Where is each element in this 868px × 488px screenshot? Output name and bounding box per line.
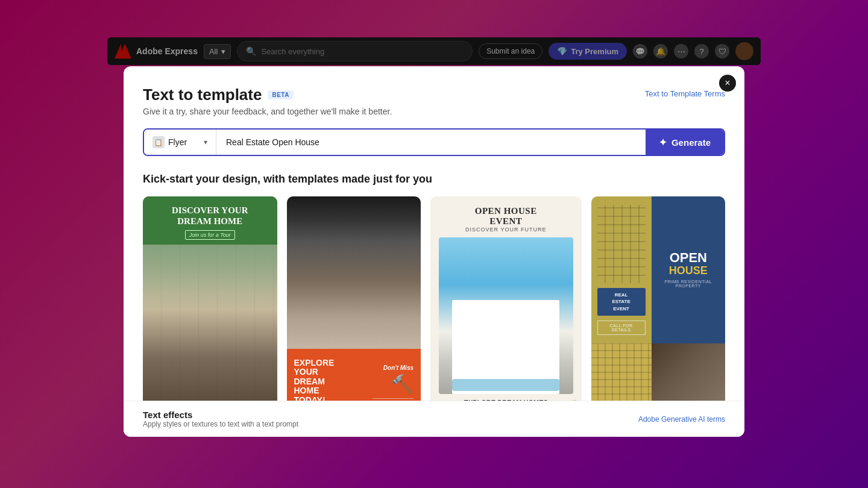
generate-star-icon: ✦: [659, 137, 667, 148]
card-3-title: Open HouseEvent: [439, 206, 573, 227]
card-4-info: REALESTATEEVENT: [597, 288, 646, 316]
card-2-headline: EXPLOREYOURDREAMHOMETODAY!: [294, 358, 368, 405]
kickstart-title: Kick-start your design, with templates m…: [143, 173, 725, 186]
text-to-template-modal: × Text to template BETA Text to Template…: [124, 66, 744, 437]
type-selector-icon: 📋: [153, 136, 165, 148]
template-card-4[interactable]: REALESTATEEVENT CALL FOR DETAILS OPEN HO…: [591, 196, 726, 422]
card-4-open: OPEN: [670, 251, 707, 264]
card-4-prime: PRIME RESIDENTIALPROPERTY: [665, 280, 712, 288]
bottom-bar-title: Text effects: [143, 410, 298, 420]
modal-title-row: Text to template BETA: [143, 86, 294, 104]
flyer-icon: 📋: [154, 139, 163, 146]
templates-row: DISCOVER YOURDREAM HOME Join us for a To…: [143, 196, 725, 422]
card-1-image: [143, 245, 277, 407]
card-1-header: DISCOVER YOURDREAM HOME Join us for a To…: [143, 196, 277, 245]
card-4-house: HOUSE: [669, 264, 708, 277]
card-2-hammer-icon: 🔨: [373, 374, 414, 395]
prompt-input-row: 📋 Flyer ▾ ✦ Generate: [143, 128, 725, 156]
card-4-call: CALL FOR DETAILS: [597, 321, 646, 335]
modal-title: Text to template: [143, 86, 262, 104]
modal-bottom-bar: Text effects Apply styles or textures to…: [124, 401, 744, 437]
card-2-dont-miss: Don't Miss: [373, 364, 414, 371]
terms-link[interactable]: Text to Template Terms: [645, 89, 725, 98]
generate-label: Generate: [671, 137, 711, 148]
template-card-2[interactable]: EXPLOREYOURDREAMHOMETODAY! Book your app…: [287, 196, 421, 422]
card-1-interior: [143, 245, 277, 407]
template-card-1[interactable]: DISCOVER YOURDREAM HOME Join us for a To…: [143, 196, 277, 422]
modal-subtitle: Give it a try, share your feedback, and …: [143, 107, 725, 116]
card-4-left: REALESTATEEVENT CALL FOR DETAILS: [591, 196, 652, 343]
prompt-text-input[interactable]: [216, 130, 646, 155]
card-4-right: OPEN HOUSE PRIME RESIDENTIALPROPERTY: [652, 196, 725, 343]
card-2-kitchen: [287, 196, 421, 349]
type-selector-chevron-icon: ▾: [204, 138, 207, 146]
type-selector[interactable]: 📋 Flyer ▾: [144, 130, 216, 155]
card-1-sub: Join us for a Tour: [185, 230, 235, 240]
card-4-top: REALESTATEEVENT CALL FOR DETAILS OPEN HO…: [591, 196, 726, 343]
modal-header: Text to template BETA Text to Template T…: [143, 86, 725, 104]
card-3-pool: [452, 379, 559, 391]
bottom-bar-content: Text effects Apply styles or textures to…: [143, 410, 298, 428]
card-3-subtitle: Discover Your Future: [439, 227, 573, 233]
card-1-headline: DISCOVER YOURDREAM HOME: [150, 205, 270, 227]
ai-terms-link[interactable]: Adobe Generative AI terms: [638, 415, 725, 424]
generate-button[interactable]: ✦ Generate: [646, 130, 724, 155]
card-2-image: [287, 196, 421, 349]
bottom-bar-desc: Apply styles or textures to text with a …: [143, 420, 298, 428]
beta-badge: BETA: [268, 90, 293, 99]
type-selector-label: Flyer: [168, 137, 200, 147]
template-card-3[interactable]: Open HouseEvent Discover Your Future Exp…: [430, 196, 582, 422]
card-3-image: [439, 237, 573, 394]
modal-close-button[interactable]: ×: [719, 75, 736, 92]
close-icon: ×: [725, 78, 730, 89]
card-4-pattern: [597, 205, 646, 283]
